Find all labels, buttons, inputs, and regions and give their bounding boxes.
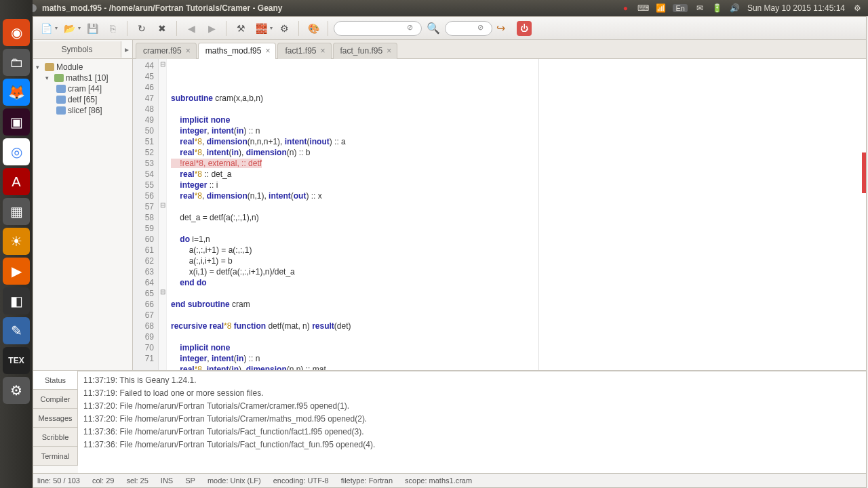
file-tab[interactable]: maths_mod.f95× [198, 43, 277, 59]
nav-forward-button[interactable]: ▶ [203, 20, 220, 37]
app-icon-3[interactable]: ☀ [3, 228, 30, 255]
file-tab-label: fact1.f95 [285, 46, 316, 56]
goto-field-wrap: ⊘ [445, 21, 492, 36]
tree-module[interactable]: ▾maths1 [10] [36, 73, 131, 83]
tree-root[interactable]: ▾Module [36, 62, 131, 73]
file-tab[interactable]: fact_fun.f95× [333, 43, 398, 59]
file-tab-label: maths_mod.f95 [205, 46, 262, 56]
tree-item-detf[interactable]: detf [65] [36, 94, 131, 105]
firefox-icon[interactable]: 🦊 [3, 79, 30, 106]
system-indicators: ● ⌨ 📶 En ✉ 🔋 🔊 Sun May 10 2015 11:45:14 … [620, 3, 868, 14]
message-tabs: StatusCompilerMessagesScribbleTerminal [33, 371, 78, 473]
message-line: 11:37:20: File /home/arun/Fortran Tutori… [83, 400, 861, 413]
volume-icon[interactable]: 🔊 [730, 3, 741, 14]
right-margin-guide [538, 59, 539, 370]
fold-gutter[interactable]: ⊟⊟⊟ [159, 59, 167, 370]
new-file-button[interactable]: 📄 [37, 20, 55, 37]
keyboard-icon[interactable]: ⌨ [637, 3, 648, 14]
language-indicator[interactable]: En [673, 4, 687, 12]
sidebar-tab-symbols[interactable]: Symbols [33, 41, 121, 58]
save-button[interactable]: 💾 [83, 20, 101, 37]
status-mode: mode: Unix (LF) [208, 476, 261, 485]
quit-button[interactable]: ⏻ [517, 21, 532, 36]
line-number-gutter: 4445464748495051525354555657585960616263… [133, 59, 159, 370]
message-tab-messages[interactable]: Messages [33, 409, 78, 428]
status-bar: line: 50 / 103 col: 29 sel: 25 INS SP mo… [33, 473, 866, 487]
message-line: 11:37:19: This is Geany 1.24.1. [83, 374, 861, 387]
window-title: maths_mod.f95 - /home/arun/Fortran Tutor… [42, 3, 283, 13]
build-button[interactable]: 🧱 [252, 20, 270, 37]
clock[interactable]: Sun May 10 2015 11:45:14 [747, 3, 845, 13]
app-icon-2[interactable]: ▦ [3, 198, 30, 225]
message-tab-compiler[interactable]: Compiler [33, 390, 78, 409]
chrome-icon[interactable]: ◎ [3, 138, 30, 165]
status-sp: SP [185, 476, 195, 485]
close-tab-icon[interactable]: × [186, 46, 191, 56]
message-tab-status[interactable]: Status [33, 371, 78, 390]
file-tabs: cramer.f95×maths_mod.f95×fact1.f95×fact_… [133, 40, 866, 59]
vlc-icon[interactable]: ▶ [3, 258, 30, 285]
close-tab-icon[interactable]: × [387, 46, 391, 56]
dash-icon[interactable]: ◉ [3, 19, 30, 46]
unity-launcher: ◉ 🗀 🦊 ▣ ◎ A ▦ ☀ ▶ ◧ ✎ TEX ⚙ [0, 0, 33, 488]
status-sel: sel: 25 [126, 476, 148, 485]
message-tab-scribble[interactable]: Scribble [33, 428, 78, 447]
terminal-icon[interactable]: ▣ [3, 108, 30, 136]
toolbar: 📄▾ 📂▾ 💾 ⎘ ↻ ✖ ◀ ▶ ⚒ 🧱▾ ⚙ 🎨 ⊘ 🔍 ⊘ ↪ ⏻ [33, 17, 866, 40]
files-icon[interactable]: 🗀 [3, 49, 30, 76]
message-tab-terminal[interactable]: Terminal [33, 447, 78, 466]
symbol-tree: ▾Module ▾maths1 [10] cram [44] detf [65]… [33, 59, 132, 119]
sidebar: Symbols ▸ ▾Module ▾maths1 [10] cram [44]… [33, 40, 133, 370]
run-button[interactable]: ⚙ [275, 20, 293, 37]
record-icon[interactable]: ● [620, 3, 631, 14]
clear-goto-icon[interactable]: ⊘ [477, 23, 488, 34]
code-content[interactable]: subroutine cram(x,a,b,n) implicit none i… [167, 59, 866, 370]
clear-search-icon[interactable]: ⊘ [407, 23, 418, 34]
menubar: maths_mod.f95 - /home/arun/Fortran Tutor… [0, 0, 868, 16]
app-icon-4[interactable]: ◧ [3, 287, 30, 314]
tex-icon[interactable]: TEX [3, 347, 30, 374]
message-line: 11:37:36: File /home/arun/Fortran Tutori… [83, 439, 861, 451]
message-content[interactable]: 11:37:19: This is Geany 1.24.1.11:37:19:… [78, 371, 866, 473]
color-picker-button[interactable]: 🎨 [304, 20, 322, 37]
close-file-button[interactable]: ✖ [153, 20, 171, 37]
message-pane: StatusCompilerMessagesScribbleTerminal 1… [33, 370, 866, 473]
mail-icon[interactable]: ✉ [694, 3, 705, 14]
message-line: 11:37:36: File /home/arun/Fortran Tutori… [83, 426, 861, 439]
app-icon-1[interactable]: A [3, 168, 30, 195]
status-filetype: filetype: Fortran [341, 476, 393, 485]
close-tab-icon[interactable]: × [320, 46, 325, 56]
search-button[interactable]: 🔍 [425, 20, 442, 37]
battery-icon[interactable]: 🔋 [712, 3, 723, 14]
open-file-button[interactable]: 📂 [60, 20, 78, 37]
gear-icon[interactable]: ⚙ [852, 3, 863, 14]
message-line: 11:37:20: File /home/arun/Fortran Tutori… [83, 413, 861, 426]
goto-button[interactable]: ↪ [496, 22, 510, 35]
editor-area: cramer.f95×maths_mod.f95×fact1.f95×fact_… [133, 40, 866, 370]
status-encoding: encoding: UTF-8 [273, 476, 329, 485]
scrollbar-marker[interactable] [862, 152, 866, 193]
wifi-icon[interactable]: 📶 [655, 3, 666, 14]
file-tab[interactable]: cramer.f95× [136, 43, 197, 59]
reload-button[interactable]: ↻ [133, 20, 151, 37]
save-all-button[interactable]: ⎘ [104, 20, 121, 37]
search-field-wrap: ⊘ [334, 21, 422, 36]
file-tab[interactable]: fact1.f95× [277, 43, 331, 59]
sidebar-tab-more[interactable]: ▸ [121, 45, 132, 54]
file-tab-label: fact_fun.f95 [340, 46, 383, 56]
status-col: col: 29 [92, 476, 114, 485]
compile-button[interactable]: ⚒ [232, 20, 250, 37]
app-icon-5[interactable]: ✎ [3, 317, 30, 344]
geany-window: 📄▾ 📂▾ 💾 ⎘ ↻ ✖ ◀ ▶ ⚒ 🧱▾ ⚙ 🎨 ⊘ 🔍 ⊘ ↪ ⏻ [33, 16, 867, 488]
settings-icon[interactable]: ⚙ [3, 377, 30, 404]
message-line: 11:37:19: Failed to load one or more ses… [83, 387, 861, 400]
tree-item-cram[interactable]: cram [44] [36, 83, 131, 94]
file-tab-label: cramer.f95 [143, 46, 182, 56]
status-ins: INS [161, 476, 173, 485]
status-scope: scope: maths1.cram [405, 476, 472, 485]
code-editor[interactable]: 4445464748495051525354555657585960616263… [133, 59, 866, 370]
nav-back-button[interactable]: ◀ [182, 20, 200, 37]
status-line: line: 50 / 103 [37, 476, 80, 485]
tree-item-slicef[interactable]: slicef [86] [36, 105, 131, 116]
close-tab-icon[interactable]: × [265, 46, 270, 56]
